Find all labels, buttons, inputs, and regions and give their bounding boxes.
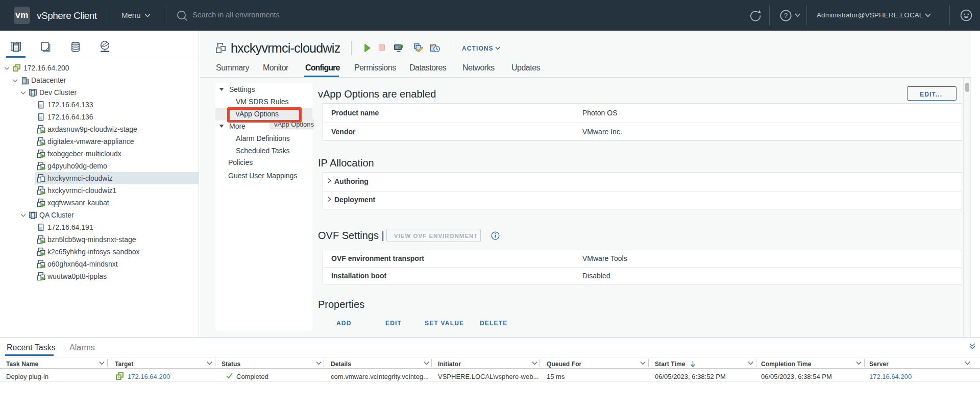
svg-text:?: ? [784,12,788,19]
